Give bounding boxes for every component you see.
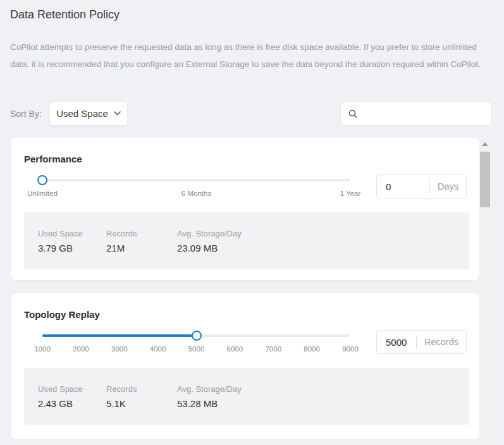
slider-thumb[interactable] <box>37 175 47 185</box>
stat-label: Avg. Storage/Day <box>177 229 242 238</box>
stats-box: Used Space 2.43 GB Records 5.1K Avg. Sto… <box>24 368 469 425</box>
slider-tick: 1000 <box>34 345 51 353</box>
stat-label: Used Space <box>38 229 106 238</box>
stat-value: 5.1K <box>106 398 177 409</box>
stat-label: Records <box>106 384 177 394</box>
search-input[interactable] <box>363 108 484 119</box>
retention-value-input-group: Records <box>376 330 467 354</box>
stat-value: 53.28 MB <box>177 398 242 409</box>
slider-tick: 2000 <box>73 345 89 353</box>
card-performance: Performance Unlimited 6 Months 1 Year Da… <box>11 138 479 280</box>
slider-label: 6 Months <box>181 190 211 197</box>
slider-tick: 8000 <box>304 345 320 353</box>
page-title: Data Retention Policy <box>10 8 120 21</box>
sort-by-label: Sort By: <box>10 109 42 119</box>
search-icon <box>348 109 357 118</box>
slider-label: Unlimited <box>27 190 58 197</box>
stat-avg-storage: Avg. Storage/Day 53.28 MB <box>177 384 242 425</box>
slider-tick: 7000 <box>265 345 281 353</box>
stat-used-space: Used Space 3.79 GB <box>38 229 106 269</box>
chevron-down-icon <box>114 111 121 116</box>
sort-by-dropdown[interactable]: Used Space <box>49 101 128 126</box>
stats-box: Used Space 3.79 GB Records 21M Avg. Stor… <box>24 212 469 269</box>
scrollbar-up-arrow-icon[interactable] <box>482 142 488 146</box>
stat-label: Used Space <box>38 384 106 394</box>
stat-value: 2.43 GB <box>38 398 106 409</box>
slider-label: 1 Year <box>340 190 361 197</box>
slider-tick-labels: 1000 2000 3000 4000 5000 6000 7000 8000 … <box>42 345 350 355</box>
retention-value-input[interactable] <box>377 181 429 192</box>
scrollbar-thumb[interactable] <box>480 152 490 207</box>
card-title: Topology Replay <box>24 309 100 320</box>
retention-slider <box>42 331 350 341</box>
slider-tick: 6000 <box>227 345 243 353</box>
stat-label: Records <box>106 229 177 238</box>
slider-track[interactable] <box>42 179 350 181</box>
stat-used-space: Used Space 2.43 GB <box>38 384 106 425</box>
stat-records: Records 21M <box>106 229 177 269</box>
input-unit-label: Records <box>417 337 466 347</box>
input-unit-label: Days <box>430 181 466 192</box>
slider-tick: 5000 <box>188 345 205 353</box>
stat-label: Avg. Storage/Day <box>177 384 242 394</box>
slider-thumb[interactable] <box>192 331 202 341</box>
sort-by-value: Used Space <box>56 108 108 119</box>
policy-description: CoPilot attempts to preserve the request… <box>10 39 493 73</box>
stat-avg-storage: Avg. Storage/Day 23.09 MB <box>177 229 242 269</box>
slider-tick: 4000 <box>150 345 166 353</box>
card-topology-replay: Topology Replay 1000 2000 3000 4000 5000… <box>11 293 479 439</box>
retention-slider <box>42 175 350 185</box>
stat-value: 23.09 MB <box>177 243 242 253</box>
retention-value-input-group: Days <box>376 174 467 198</box>
scrollbar <box>479 138 491 445</box>
search-box <box>340 102 492 126</box>
stat-value: 3.79 GB <box>38 243 106 253</box>
retention-value-input[interactable] <box>377 337 416 348</box>
slider-tick: 9000 <box>342 345 359 353</box>
stat-value: 21M <box>106 243 177 253</box>
stat-records: Records 5.1K <box>106 384 177 425</box>
slider-labels: Unlimited 6 Months 1 Year <box>42 190 350 199</box>
card-title: Performance <box>24 154 82 164</box>
slider-tick: 3000 <box>111 345 128 353</box>
slider-fill <box>42 334 197 337</box>
